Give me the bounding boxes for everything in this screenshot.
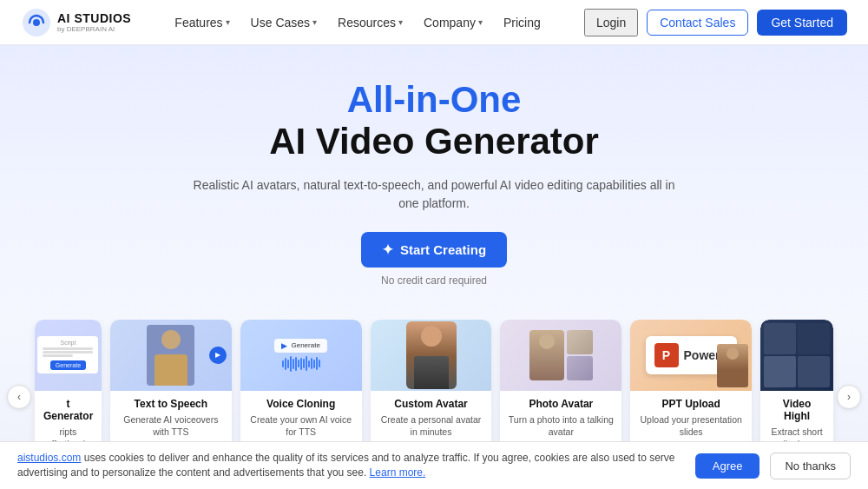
- nav-use-cases[interactable]: Use Cases ▾: [242, 10, 326, 35]
- nav-features[interactable]: Features ▾: [166, 10, 238, 35]
- no-credit-text: No credit card required: [17, 274, 851, 287]
- person-image: [147, 325, 194, 386]
- get-started-button[interactable]: Get Started: [757, 10, 847, 36]
- cookie-agree-button[interactable]: Agree: [695, 453, 760, 479]
- card-custom-avatar[interactable]: Custom Avatar Create a personal avatar i…: [371, 320, 492, 449]
- card-ppt-title: PPT Upload: [630, 391, 752, 413]
- logo[interactable]: AI STUDIOS by DEEPBRAIN AI: [21, 7, 131, 38]
- start-creating-label: Start Creating: [400, 242, 486, 257]
- card-photo-avatar-title: Photo Avatar: [500, 391, 621, 413]
- nav-pricing[interactable]: Pricing: [495, 10, 549, 35]
- cookie-body: uses cookies to deliver and enhance the …: [17, 452, 675, 479]
- card-voice-image: ▶ Generate: [240, 320, 362, 391]
- nav-actions: Login Contact Sales Get Started: [584, 9, 847, 36]
- card-custom-avatar-image: [371, 320, 492, 391]
- card-ppt-desc: Upload your presentation slides: [630, 413, 752, 439]
- nav-links: Features ▾ Use Cases ▾ Resources ▾ Compa…: [166, 10, 549, 35]
- card-custom-avatar-desc: Create a personal avatar in minutes: [371, 413, 492, 439]
- hero-title-colored: All-in-One: [17, 80, 851, 120]
- card-voice-desc: Create your own AI voice for TTS: [240, 413, 362, 439]
- nav-resources[interactable]: Resources ▾: [329, 10, 411, 35]
- sparkle-icon: ✦: [382, 241, 393, 258]
- chevron-down-icon: ▾: [226, 17, 230, 27]
- card-photo-avatar[interactable]: Photo Avatar Turn a photo into a talking…: [500, 320, 621, 449]
- card-photo-avatar-desc: Turn a photo into a talking avatar: [500, 413, 621, 439]
- carousel-left-arrow[interactable]: ‹: [7, 385, 31, 409]
- hero-section: All-in-One AI Video Generator Realistic …: [0, 45, 868, 320]
- cookie-no-thanks-button[interactable]: No thanks: [770, 453, 851, 479]
- chevron-down-icon: ▾: [312, 17, 317, 27]
- card-video-image: [760, 320, 833, 391]
- card-tts-desc: Generate AI voiceovers with TTS: [110, 413, 232, 439]
- cookie-site-link[interactable]: aistudios.com: [17, 452, 81, 464]
- start-creating-button[interactable]: ✦ Start Creating: [361, 232, 507, 268]
- arrow-left-icon: ‹: [17, 391, 21, 403]
- svg-point-1: [33, 19, 40, 26]
- card-photo-avatar-image: [500, 320, 621, 391]
- hero-title-main: AI Video Generator: [17, 120, 851, 163]
- logo-sub: by DEEPBRAIN AI: [57, 25, 131, 33]
- card-text-to-speech[interactable]: ▶ Text to Speech Generate AI voiceovers …: [110, 320, 232, 449]
- logo-title: AI STUDIOS: [57, 11, 131, 25]
- card-script-gen-title: t Generator: [35, 391, 102, 426]
- chevron-down-icon: ▾: [398, 17, 403, 27]
- card-tts-image: ▶: [110, 320, 232, 391]
- card-ppt-upload[interactable]: P PowerP PPT Upload Upload your presenta…: [630, 320, 752, 449]
- card-tts-title: Text to Speech: [110, 391, 232, 413]
- cookie-text: aistudios.com uses cookies to deliver an…: [17, 451, 685, 480]
- carousel-right-arrow[interactable]: ›: [837, 385, 861, 409]
- cookie-learn-more-link[interactable]: Learn more.: [370, 466, 426, 479]
- card-video-title: Video Highl: [760, 391, 833, 426]
- login-button[interactable]: Login: [584, 9, 638, 36]
- hero-subtitle: Realistic AI avatars, natural text-to-sp…: [191, 176, 677, 213]
- navbar: AI STUDIOS by DEEPBRAIN AI Features ▾ Us…: [0, 0, 868, 45]
- cookie-banner: aistudios.com uses cookies to deliver an…: [0, 441, 868, 489]
- arrow-right-icon: ›: [847, 391, 851, 403]
- card-custom-avatar-title: Custom Avatar: [371, 391, 492, 413]
- nav-company[interactable]: Company ▾: [415, 10, 491, 35]
- play-icon: ▶: [209, 347, 227, 364]
- card-script-gen-image: Script Generate: [35, 320, 102, 391]
- card-ppt-image: P PowerP: [630, 320, 752, 391]
- card-voice-title: Voice Cloning: [240, 391, 362, 413]
- chevron-down-icon: ▾: [478, 17, 483, 27]
- contact-sales-button[interactable]: Contact Sales: [647, 10, 748, 36]
- card-voice-cloning[interactable]: ▶ Generate: [240, 320, 362, 449]
